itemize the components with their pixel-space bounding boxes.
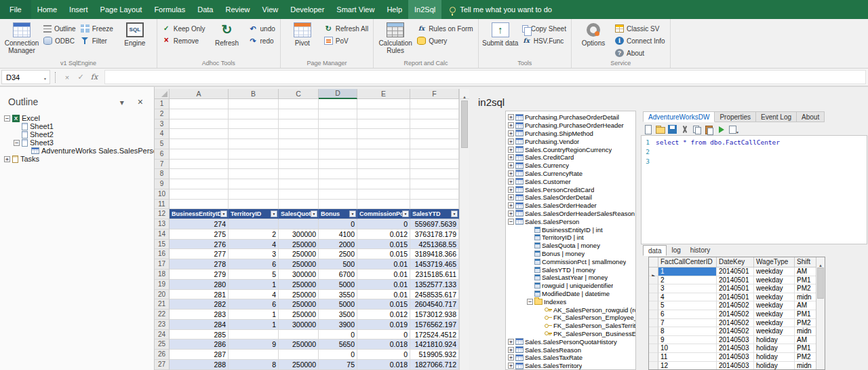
cell-a17[interactable]: 278 (170, 259, 229, 270)
cell-d21[interactable]: 5000 (319, 299, 357, 310)
cell-e26[interactable]: 0 (357, 350, 410, 360)
result-cell[interactable]: weekday (754, 327, 795, 336)
row-selector[interactable] (649, 284, 658, 293)
result-cell[interactable]: 20140501 (717, 284, 754, 293)
cell-c22[interactable]: 250000 (279, 310, 319, 320)
cell-c19[interactable]: 250000 (279, 280, 319, 290)
row-selector[interactable] (649, 327, 658, 336)
row-header-19[interactable]: 19 (155, 280, 170, 290)
cell-c1[interactable] (279, 99, 319, 109)
cell-e19[interactable]: 0.01 (357, 280, 410, 290)
expander-icon[interactable]: + (508, 354, 514, 360)
db-node-sales-customer[interactable]: +Sales.Customer (506, 177, 635, 185)
cell-c17[interactable]: 250000 (279, 259, 319, 270)
db-node-sales-salesorderdetail[interactable]: +Sales.SalesOrderDetail (506, 193, 635, 202)
tab-help[interactable]: Help (380, 0, 408, 19)
cell-f8[interactable] (410, 169, 459, 179)
cell-d2[interactable] (319, 109, 357, 119)
cancel-icon[interactable]: × (60, 73, 74, 81)
row-selector[interactable] (649, 362, 658, 370)
row-header-4[interactable]: 4 (155, 129, 170, 139)
cell-a4[interactable] (170, 129, 229, 139)
cell-b4[interactable] (229, 129, 279, 139)
cell-f16[interactable]: 3189418.366 (410, 249, 459, 259)
button-classic-sv[interactable]: Classic SV (614, 24, 667, 33)
row-header-25[interactable]: 25 (155, 339, 170, 350)
cell-f6[interactable] (410, 149, 459, 160)
db-node-pk-salesperson-businessentityid-b[interactable]: PK_SalesPerson_BusinessEntityID (B (506, 330, 635, 338)
cell-a5[interactable] (170, 139, 229, 149)
cell-b6[interactable] (229, 149, 279, 160)
db-node-sales-personcreditcard[interactable]: +Sales.PersonCreditCard (506, 185, 635, 193)
cell-d11[interactable] (319, 200, 357, 210)
expander-icon[interactable]: − (508, 219, 514, 225)
cell-c12[interactable]: SalesQuota (279, 209, 319, 219)
cell-d7[interactable] (319, 160, 357, 170)
cell-a13[interactable]: 274 (170, 219, 229, 229)
result-cell[interactable]: 2 (658, 276, 717, 285)
cell-a6[interactable] (170, 149, 229, 160)
row-header-7[interactable]: 7 (155, 160, 170, 170)
result-cell[interactable]: PM2 (795, 284, 817, 293)
result-cell[interactable]: weekday (754, 310, 795, 319)
cell-b18[interactable]: 5 (229, 270, 279, 280)
button-freeze[interactable]: Freeze (79, 24, 115, 33)
cell-a21[interactable]: 282 (170, 299, 229, 310)
button-remove[interactable]: Remove (161, 36, 207, 45)
column-header-c[interactable]: C (279, 89, 319, 99)
cell-a2[interactable] (170, 109, 229, 119)
cell-c8[interactable] (279, 169, 319, 179)
cell-b15[interactable]: 4 (229, 240, 279, 250)
run-icon[interactable] (716, 124, 726, 134)
cell-e1[interactable] (357, 99, 410, 109)
panel-close-icon[interactable] (134, 96, 147, 108)
outline-node-adventureworks-sales-salesperson[interactable]: AdventureWorks Sales.SalesPerson (0, 147, 154, 155)
db-node-rowguid-uniqueidentifier[interactable]: rowguid | uniqueidentifier (506, 282, 635, 290)
cell-d23[interactable]: 3900 (319, 320, 357, 330)
cell-e16[interactable]: 0.015 (357, 249, 410, 259)
cell-e18[interactable]: 0.01 (357, 270, 410, 280)
db-node-sales-currencyrate[interactable]: +Sales.CurrencyRate (506, 170, 635, 178)
tab-developer[interactable]: Developer (284, 0, 330, 19)
cell-d24[interactable]: 0 (319, 330, 357, 340)
result-cell[interactable]: 20140501 (717, 293, 754, 302)
cell-a22[interactable]: 283 (170, 310, 229, 320)
cell-e22[interactable]: 0.012 (357, 310, 410, 320)
cell-d15[interactable]: 2000 (319, 240, 357, 250)
result-cell[interactable]: 20140502 (717, 319, 754, 328)
cell-b1[interactable] (229, 99, 279, 109)
expander-icon[interactable]: + (4, 156, 10, 162)
cell-b25[interactable]: 9 (229, 339, 279, 350)
db-node-commissionpct-smallmoney[interactable]: CommissionPct | smallmoney (506, 257, 635, 265)
editor-tab-about[interactable]: About (797, 111, 825, 122)
insert-function-icon[interactable]: fx (87, 73, 101, 81)
cell-f19[interactable]: 1352577.133 (410, 280, 459, 290)
row-header-16[interactable]: 16 (155, 249, 170, 259)
db-node-sales-salesreason[interactable]: +Sales.SalesReason (506, 346, 635, 354)
cell-f4[interactable] (410, 129, 459, 139)
cell-d18[interactable]: 6700 (319, 270, 357, 280)
cell-f13[interactable]: 559697.5639 (410, 219, 459, 229)
cell-a11[interactable] (170, 200, 229, 210)
cell-c4[interactable] (279, 129, 319, 139)
cell-b20[interactable]: 4 (229, 290, 279, 300)
scrollbar-thumb[interactable] (817, 267, 824, 299)
tab-smart-view[interactable]: Smart View (330, 0, 380, 19)
result-tab-history[interactable]: history (686, 245, 715, 256)
cell-d25[interactable]: 5650 (319, 339, 357, 350)
cell-f20[interactable]: 2458535.617 (410, 290, 459, 300)
cell-f5[interactable] (410, 139, 459, 149)
cell-e9[interactable] (357, 179, 410, 189)
cell-d22[interactable]: 3500 (319, 310, 357, 320)
tab-data[interactable]: Data (191, 0, 219, 19)
result-tab-log[interactable]: log (667, 245, 685, 256)
result-cell[interactable]: 20140502 (717, 310, 754, 319)
expander-icon[interactable]: + (508, 179, 514, 185)
result-cell[interactable]: holiday (754, 353, 795, 362)
cell-d10[interactable] (319, 189, 357, 200)
row-header-21[interactable]: 21 (155, 299, 170, 310)
cell-e5[interactable] (357, 139, 410, 149)
cell-c13[interactable] (279, 219, 319, 229)
db-node-fk-salesperson-employee-business[interactable]: FK_SalesPerson_Employee_Business (506, 314, 635, 322)
expander-icon[interactable]: + (508, 122, 514, 128)
